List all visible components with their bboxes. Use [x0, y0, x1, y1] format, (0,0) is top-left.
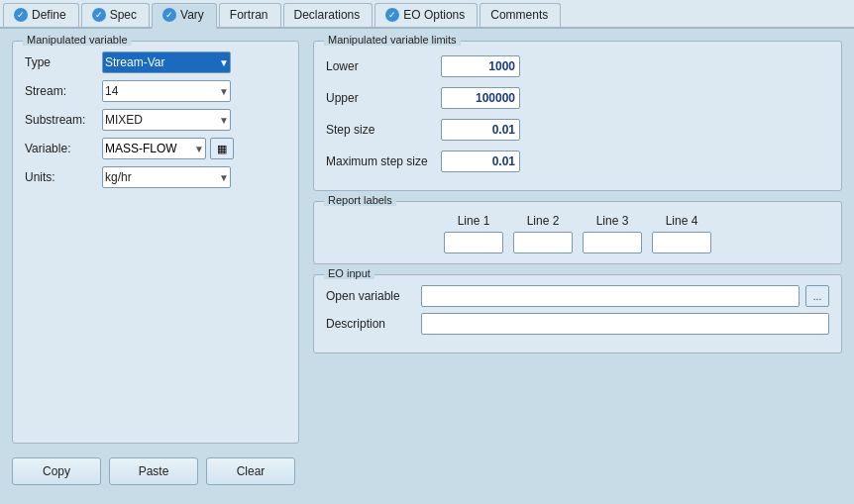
stream-row: Stream: 14 ▼	[25, 80, 286, 102]
step-label: Step size	[326, 123, 435, 137]
substream-row: Substream: MIXED ▼	[25, 109, 286, 131]
content-row: Manipulated variable Type Stream-Var ▼ S…	[12, 41, 842, 444]
tab-eo-options-label: EO Options	[403, 8, 465, 22]
clear-button[interactable]: Clear	[206, 457, 295, 485]
variable-controls: MASS-FLOW ▼ ▦	[102, 138, 234, 159]
lower-label: Lower	[326, 59, 435, 73]
stream-select[interactable]: 14	[102, 80, 231, 102]
step-row: Step size	[326, 119, 829, 141]
type-label: Type	[25, 55, 96, 69]
eo-input-panel: EO input Open variable ... Description	[313, 274, 842, 353]
units-label: Units:	[25, 170, 96, 184]
report-col-3: Line 3	[583, 214, 642, 253]
variable-select[interactable]: MASS-FLOW	[102, 138, 206, 159]
units-row: Units: kg/hr ▼	[25, 166, 286, 188]
stream-label: Stream:	[25, 84, 96, 98]
report-col-1: Line 1	[444, 214, 503, 253]
bottom-buttons: Copy Paste Clear	[12, 454, 842, 485]
tab-spec[interactable]: ✓ Spec	[81, 3, 150, 27]
tab-eo-options[interactable]: ✓ EO Options	[374, 3, 478, 27]
copy-button[interactable]: Copy	[12, 457, 101, 485]
stream-select-wrapper: 14 ▼	[102, 80, 231, 102]
max-step-input[interactable]	[441, 151, 520, 172]
units-select-wrapper: kg/hr ▼	[102, 166, 231, 188]
report-labels-panel: Report labels Line 1 Line 2 Line 3	[313, 201, 842, 264]
tab-define-label: Define	[32, 8, 66, 22]
type-select[interactable]: Stream-Var	[102, 51, 231, 73]
substream-select-wrapper: MIXED ▼	[102, 109, 231, 131]
tab-vary-check: ✓	[162, 8, 176, 22]
variable-browse-button[interactable]: ▦	[210, 138, 234, 159]
tab-fortran[interactable]: Fortran	[219, 3, 281, 27]
manipulated-variable-title: Manipulated variable	[23, 34, 132, 46]
upper-input[interactable]	[441, 87, 520, 109]
upper-row: Upper	[326, 87, 829, 109]
tab-declarations[interactable]: Declarations	[283, 3, 374, 27]
tab-eo-options-check: ✓	[385, 8, 399, 22]
open-variable-label: Open variable	[326, 289, 415, 303]
tab-comments[interactable]: Comments	[480, 3, 561, 27]
manipulated-variable-panel: Manipulated variable Type Stream-Var ▼ S…	[12, 41, 299, 444]
type-select-wrapper: Stream-Var ▼	[102, 51, 231, 73]
tab-declarations-label: Declarations	[294, 8, 361, 22]
tab-spec-check: ✓	[92, 8, 106, 22]
description-row: Description	[326, 313, 829, 335]
open-variable-row: Open variable ...	[326, 285, 829, 307]
units-select[interactable]: kg/hr	[102, 166, 231, 188]
upper-label: Upper	[326, 91, 435, 105]
step-input[interactable]	[441, 119, 520, 141]
right-panel: Manipulated variable limits Lower Upper	[313, 41, 842, 444]
report-labels-cols: Line 1 Line 2 Line 3 Line 4	[324, 214, 831, 253]
report-col-2: Line 2	[513, 214, 573, 253]
eo-input-title: EO input	[324, 267, 374, 279]
main-content: Manipulated variable Type Stream-Var ▼ S…	[0, 29, 854, 495]
tab-vary-label: Vary	[180, 8, 204, 22]
description-label: Description	[326, 317, 415, 331]
variable-row: Variable: MASS-FLOW ▼ ▦	[25, 138, 286, 159]
tab-spec-label: Spec	[110, 8, 137, 22]
variable-select-wrapper: MASS-FLOW ▼	[102, 138, 206, 159]
table-browse-icon: ▦	[217, 143, 227, 155]
report-col2-input[interactable]	[513, 232, 573, 253]
tab-fortran-label: Fortran	[230, 8, 268, 22]
tab-bar: ✓ Define ✓ Spec ✓ Vary Fortran Declarati…	[0, 0, 854, 29]
limits-title: Manipulated variable limits	[324, 34, 461, 46]
tab-comments-label: Comments	[490, 8, 548, 22]
report-col-4: Line 4	[652, 214, 711, 253]
report-col2-label: Line 2	[527, 214, 560, 228]
report-col4-input[interactable]	[652, 232, 711, 253]
open-variable-browse-button[interactable]: ...	[805, 285, 829, 307]
report-col1-label: Line 1	[458, 214, 490, 228]
report-col4-label: Line 4	[666, 214, 698, 228]
paste-button[interactable]: Paste	[109, 457, 198, 485]
report-col3-label: Line 3	[596, 214, 629, 228]
tab-vary[interactable]: ✓ Vary	[152, 3, 217, 29]
description-input[interactable]	[421, 313, 829, 335]
tab-define[interactable]: ✓ Define	[3, 3, 79, 27]
max-step-row: Maximum step size	[326, 151, 829, 172]
variable-label: Variable:	[25, 142, 96, 155]
open-variable-input[interactable]	[421, 285, 800, 307]
lower-row: Lower	[326, 55, 829, 77]
substream-label: Substream:	[25, 113, 96, 127]
lower-input[interactable]	[441, 55, 520, 77]
type-row: Type Stream-Var ▼	[25, 51, 286, 73]
browse-ellipsis-icon: ...	[813, 291, 821, 302]
report-col3-input[interactable]	[583, 232, 642, 253]
limits-panel: Manipulated variable limits Lower Upper	[313, 41, 842, 191]
report-col1-input[interactable]	[444, 232, 503, 253]
report-labels-title: Report labels	[324, 194, 396, 206]
tab-define-check: ✓	[14, 8, 28, 22]
max-step-label: Maximum step size	[326, 154, 435, 168]
substream-select[interactable]: MIXED	[102, 109, 231, 131]
